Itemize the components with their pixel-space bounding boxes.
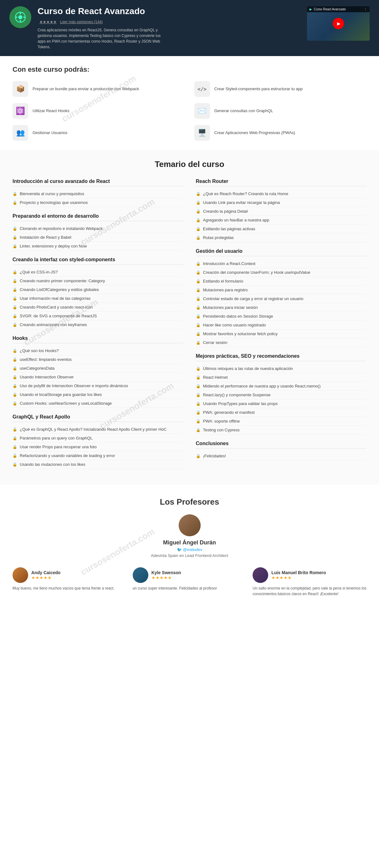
lock-icon: 🔒 [196,270,201,275]
lesson-item: 🔒Testing con Cypress [196,426,367,434]
student-reviews: Andy Caicedo ★★★★★ Muy bueno, me llenó m… [12,567,367,597]
lock-icon: 🔒 [12,235,17,240]
lesson-item: 🔒PWA: soporte offline [196,417,367,426]
lesson-item: 🔒Clonando el repositorio e instalando We… [12,224,183,233]
svg-point-5 [24,17,25,18]
lesson-item: 🔒Creando animaciones con keyframes [12,320,183,329]
benefit-item: </> Crear Styled-components para estruct… [194,81,367,97]
lesson-item: 🔒Hacer like como usuario registrado [196,321,367,330]
lesson-item: 🔒Usando las mutaciones con los likes [12,460,183,469]
lock-icon: 🔒 [12,384,17,388]
curriculum-left: Introducción al curso avanzado de React … [12,179,183,475]
benefit-text: Crear Aplicaciones Web Progresivas (PWAs… [214,130,296,136]
lock-icon: 🔒 [12,305,17,309]
pwa-icon: 🖥️ [194,125,210,141]
lock-icon: 🔒 [12,192,17,196]
student-review: Muy bueno, me llenó muchos vacíos que te… [12,585,127,591]
reviews-link[interactable]: Leer más opiniones (144) [60,20,103,24]
student-avatar-kyle [133,567,148,583]
lesson-item: 🔒Usando Link para evitar recargar la pág… [196,198,367,207]
lock-icon: 🔒 [196,375,201,380]
benefits-title: Con este curso podrás: [12,65,367,73]
section-styled: Creando la interfaz con styled-component… [12,257,183,329]
lock-icon: 🔒 [196,297,201,301]
student-stars: ★★★★★ [31,575,60,580]
lesson-item: 🔒Linter, extensiones y deploy con Now [12,242,183,251]
code-icon: </> [194,81,210,97]
lock-icon: 🔒 [12,375,17,379]
lesson-item: 🔒useEffect: limpiando eventos [12,355,183,364]
student-name: Andy Caicedo [31,570,60,575]
lesson-item: 🔒PWA: generando el manifest [196,408,367,417]
lesson-item: 🔒Usando el localStorage para guardar los… [12,390,183,399]
lesson-item: 🔒Refactorizando y usando variables de lo… [12,452,183,460]
svg-point-1 [19,16,23,20]
section-title: Mejores prácticas, SEO y recomendaciones [196,353,367,361]
lead-professor-avatar [179,514,201,536]
lock-icon: 🔒 [12,445,17,449]
video-play-button[interactable] [333,18,344,29]
lesson-item: 🔒¿Qué son los Hooks? [12,346,183,355]
section-title: Conclusiones [196,441,367,448]
lock-icon: 🔒 [196,200,201,205]
star-rating: ★★★★★ Leer más opiniones (144) [38,18,301,25]
course-video-thumbnail[interactable]: ▶ Curso React Avanzado ⋮ [307,6,370,41]
lock-icon: 🔒 [196,192,201,196]
lock-icon: 🔒 [196,314,201,318]
student-card: Kyle Swenson ★★★★★ un curso super intere… [133,567,247,597]
benefit-item: 👥 Gestionar Usuarios [12,125,185,141]
student-avatar-luis [252,567,268,583]
benefit-item: 📦 Preparar un bundle para enviar a produ… [12,81,185,97]
lock-icon: 🔒 [12,427,17,432]
section-user: Gestión del usuario 🔒Introducción a Reac… [196,248,367,347]
benefits-section: cursosenoferta.com Con este curso podrás… [0,56,379,150]
lesson-item: 🔒Persistiendo datos en Session Storage [196,312,367,321]
lock-icon: 🔒 [12,358,17,362]
lesson-item: 🔒Creando PhotoCard y usando react-icon [12,303,183,312]
benefit-text: Gestionar Usuarios [33,130,67,136]
student-review: un curso super interesante. Felicidades … [133,585,247,591]
lock-icon: 🔒 [12,436,17,440]
professors-title: Los Profesores [12,497,367,507]
lesson-item: 🔒Estilando las páginas activas [196,225,367,234]
lock-icon: 🔒 [196,341,201,345]
lock-icon: 🔒 [196,236,201,240]
course-icon [9,6,31,28]
react-hooks-icon: ⚛️ [12,103,28,119]
section-entorno: Preparando el entorno de desarrollo 🔒Clo… [12,213,183,251]
lesson-item: 🔒Rutas protegidas [196,234,367,242]
curriculum-title: Temario del curso [12,159,367,169]
svg-point-3 [20,20,21,22]
lock-icon: 🔒 [12,349,17,353]
student-name: Luis Manuel Brito Romero [271,570,326,575]
lock-icon: 🔒 [196,218,201,222]
video-icon: ▶ [310,7,312,11]
lesson-item: 🔒Mutaciones para iniciar sesión [196,303,367,312]
lock-icon: 🔒 [196,419,201,424]
lock-icon: 🔒 [12,314,17,318]
lock-icon: 🔒 [196,279,201,283]
student-header: Kyle Swenson ★★★★★ [133,567,247,583]
benefits-grid: 📦 Preparar un bundle para enviar a produ… [12,81,367,141]
lock-icon: 🔒 [196,305,201,310]
lock-icon: 🔒 [196,227,201,231]
section-conclusions: Conclusiones 🔒¡Felicidades! [196,441,367,461]
lesson-item: 🔒Creando ListOfCategories y estilos glob… [12,285,183,294]
video-title: Curso React Avanzado [314,7,346,11]
lock-icon: 🔒 [12,462,17,467]
student-review: Un salto enorme en la complejidad, pero … [252,585,367,597]
lesson-item: 🔒Últimos retoques a las rutas de nuestra… [196,364,367,373]
lock-icon: 🔒 [12,226,17,231]
lesson-item: 🔒useCategoriesData [12,364,183,373]
header: Curso de React Avanzado ★★★★★ Leer más o… [0,0,379,56]
lock-icon: 🔒 [196,367,201,371]
benefit-text: Utilizar React Hooks [33,108,69,114]
lesson-item: 🔒¿Qué es Reach Router? Creando la ruta H… [196,189,367,198]
course-title: Curso de React Avanzado [38,6,301,16]
lesson-item: 🔒¿Qué es CSS-in-JS? [12,268,183,277]
lesson-item: 🔒Proyecto y tecnologías que usaremos [12,198,183,207]
lesson-item: 🔒Usar render Props para recuperar una fo… [12,443,183,452]
video-menu-icon[interactable]: ⋮ [364,7,367,11]
lesson-item: 🔒Mutaciones para registro [196,286,367,294]
users-icon: 👥 [12,125,28,141]
